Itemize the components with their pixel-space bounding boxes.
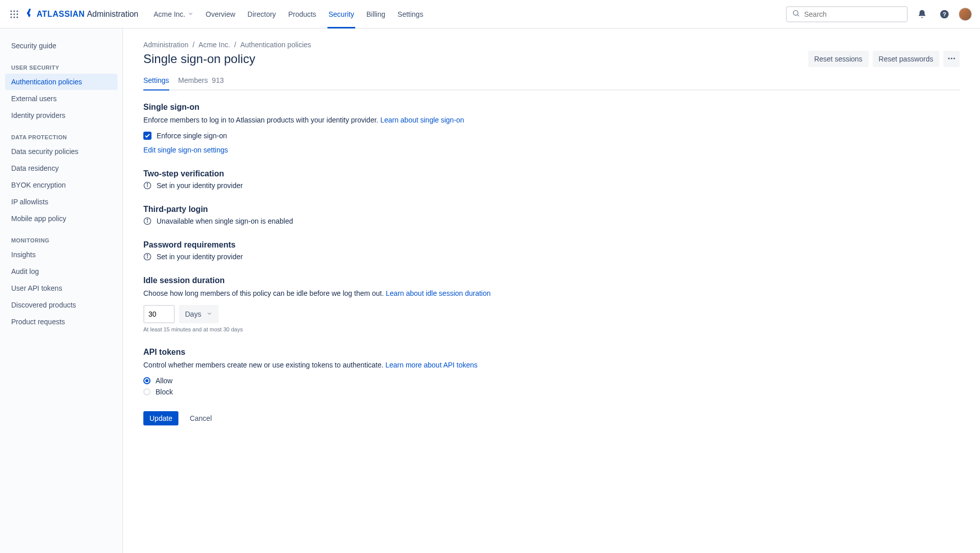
- more-actions-button[interactable]: [943, 51, 960, 67]
- section-idle: Idle session duration Choose how long me…: [143, 276, 631, 332]
- tab-members-count: 913: [212, 76, 224, 84]
- footer-actions: Update Cancel: [143, 411, 960, 425]
- sso-heading: Single sign-on: [143, 103, 631, 112]
- sidebar-item-auth-policies[interactable]: Authentication policies: [5, 74, 117, 90]
- top-nav: Acme Inc. Overview Directory Products Se…: [148, 0, 428, 28]
- brand-suffix: Administration: [87, 10, 138, 19]
- svg-point-24: [147, 255, 147, 255]
- tab-members[interactable]: Members 913: [178, 73, 224, 89]
- idle-hint: At least 15 minutes and at most 30 days: [143, 326, 631, 332]
- breadcrumb: Administration / Acme Inc. / Authenticat…: [143, 41, 960, 49]
- search-icon: [792, 9, 800, 19]
- reset-sessions-button[interactable]: Reset sessions: [808, 51, 869, 67]
- breadcrumb-admin[interactable]: Administration: [143, 41, 189, 49]
- tab-settings[interactable]: Settings: [143, 73, 169, 89]
- svg-point-5: [17, 13, 18, 15]
- svg-point-18: [147, 183, 147, 184]
- api-allow-radio[interactable]: [143, 377, 150, 384]
- nav-security[interactable]: Security: [323, 0, 359, 28]
- main-content: Administration / Acme Inc. / Authenticat…: [123, 28, 980, 553]
- sidebar-group-user-security: USER SECURITY: [5, 54, 117, 74]
- section-api-tokens: API tokens Control whether members creat…: [143, 348, 631, 396]
- section-sso: Single sign-on Enforce members to log in…: [143, 103, 631, 154]
- sidebar-item-discovered[interactable]: Discovered products: [5, 297, 117, 313]
- svg-line-10: [798, 15, 799, 16]
- svg-point-13: [948, 57, 950, 59]
- nav-billing[interactable]: Billing: [361, 0, 390, 28]
- sidebar-item-identity-providers[interactable]: Identity providers: [5, 107, 117, 124]
- svg-point-6: [11, 16, 12, 18]
- password-heading: Password requirements: [143, 240, 631, 250]
- org-switcher[interactable]: Acme Inc.: [148, 0, 198, 28]
- page-title: Single sign-on policy: [143, 52, 255, 66]
- svg-point-1: [14, 10, 15, 12]
- sidebar: Security guide USER SECURITY Authenticat…: [0, 28, 123, 553]
- tabs: Settings Members 913: [143, 73, 960, 90]
- nav-settings[interactable]: Settings: [392, 0, 428, 28]
- chevron-down-icon: [188, 10, 194, 18]
- chevron-down-icon: [206, 310, 212, 318]
- top-bar: ATLASSIAN Administration Acme Inc. Overv…: [0, 0, 980, 28]
- app-switcher-icon[interactable]: [8, 8, 20, 20]
- info-icon: [143, 217, 151, 225]
- sidebar-item-byok[interactable]: BYOK encryption: [5, 177, 117, 193]
- sidebar-item-data-security[interactable]: Data security policies: [5, 143, 117, 160]
- info-icon: [143, 253, 151, 261]
- avatar[interactable]: [959, 8, 972, 21]
- svg-point-4: [14, 13, 15, 15]
- notifications-icon[interactable]: [914, 6, 930, 22]
- atlassian-icon: [24, 8, 35, 20]
- nav-products[interactable]: Products: [283, 0, 321, 28]
- svg-point-8: [17, 16, 18, 18]
- enforce-sso-checkbox[interactable]: [143, 132, 151, 140]
- sso-learn-link[interactable]: Learn about single sign-on: [380, 116, 464, 124]
- sidebar-item-api-tokens[interactable]: User API tokens: [5, 280, 117, 296]
- cancel-button[interactable]: Cancel: [183, 411, 218, 425]
- topbar-right: ?: [786, 6, 972, 22]
- section-password: Password requirements Set in your identi…: [143, 240, 631, 261]
- sidebar-item-insights[interactable]: Insights: [5, 247, 117, 263]
- sidebar-item-data-residency[interactable]: Data residency: [5, 160, 117, 176]
- breadcrumb-auth[interactable]: Authentication policies: [240, 41, 311, 49]
- sidebar-security-guide[interactable]: Security guide: [5, 38, 117, 54]
- section-two-step: Two-step verification Set in your identi…: [143, 169, 631, 190]
- search-input[interactable]: [804, 10, 902, 18]
- api-learn-link[interactable]: Learn more about API tokens: [385, 361, 477, 369]
- search-input-wrap[interactable]: [786, 6, 908, 22]
- reset-passwords-button[interactable]: Reset passwords: [873, 51, 939, 67]
- svg-text:?: ?: [942, 11, 946, 17]
- idle-learn-link[interactable]: Learn about idle session duration: [386, 289, 491, 297]
- svg-point-2: [17, 10, 18, 12]
- svg-point-7: [14, 16, 15, 18]
- brand-name: ATLASSIAN: [37, 10, 85, 19]
- enforce-sso-label: Enforce single sign-on: [157, 132, 227, 140]
- nav-overview[interactable]: Overview: [201, 0, 240, 28]
- breadcrumb-org[interactable]: Acme Inc.: [199, 41, 230, 49]
- sidebar-item-mobile-app[interactable]: Mobile app policy: [5, 210, 117, 227]
- section-third-party: Third-party login Unavailable when singl…: [143, 205, 631, 225]
- idle-unit-select[interactable]: Days: [179, 305, 219, 323]
- twostep-heading: Two-step verification: [143, 169, 631, 178]
- help-icon[interactable]: ?: [936, 6, 953, 22]
- svg-point-21: [147, 219, 147, 220]
- api-heading: API tokens: [143, 348, 631, 357]
- idle-value-input[interactable]: [143, 305, 175, 323]
- svg-point-0: [11, 10, 12, 12]
- more-icon: [947, 54, 956, 65]
- sidebar-item-audit-log[interactable]: Audit log: [5, 263, 117, 280]
- sidebar-item-external-users[interactable]: External users: [5, 90, 117, 107]
- brand-logo[interactable]: ATLASSIAN Administration: [24, 8, 138, 20]
- sidebar-item-product-requests[interactable]: Product requests: [5, 314, 117, 330]
- idle-heading: Idle session duration: [143, 276, 631, 285]
- svg-point-14: [951, 57, 953, 59]
- sidebar-item-ip-allowlists[interactable]: IP allowlists: [5, 194, 117, 210]
- sidebar-group-data-protection: DATA PROTECTION: [5, 124, 117, 143]
- svg-point-15: [954, 57, 955, 59]
- api-block-radio[interactable]: [143, 388, 150, 395]
- svg-point-9: [793, 11, 798, 15]
- nav-directory[interactable]: Directory: [242, 0, 281, 28]
- update-button[interactable]: Update: [143, 411, 178, 425]
- edit-sso-link[interactable]: Edit single sign-on settings: [143, 146, 228, 154]
- svg-point-3: [11, 13, 12, 15]
- sidebar-group-monitoring: MONITORING: [5, 227, 117, 247]
